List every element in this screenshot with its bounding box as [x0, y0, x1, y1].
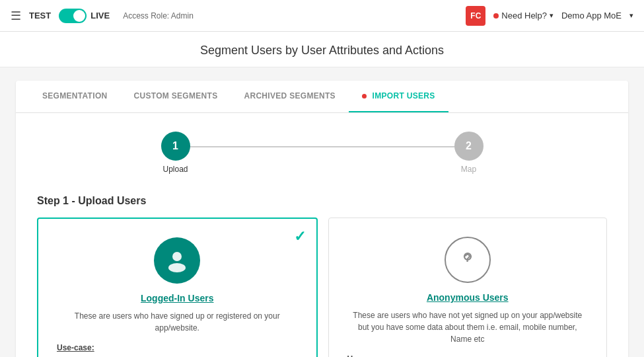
tab-import-users-label: IMPORT USERS [373, 91, 435, 100]
hamburger-icon[interactable]: ☰ [11, 9, 21, 23]
step-2-circle: 2 [454, 132, 483, 161]
tab-card: SEGMENTATION CUSTOM SEGMENTS ARCHIVED SE… [16, 81, 628, 357]
cards-row: ✓ Logged-In Users These are users who ha… [37, 218, 607, 357]
logged-in-title: Logged-In Users [57, 293, 298, 303]
step-2-label: Map [461, 165, 476, 174]
section-title: Step 1 - Upload Users [37, 195, 607, 207]
access-role-label: Access Role: Admin [123, 11, 194, 20]
step-1-number: 1 [172, 140, 178, 152]
logged-in-usecase-label: Use-case: [57, 343, 298, 352]
stepper: 1 Upload 2 Map [37, 132, 607, 174]
tab-body: 1 Upload 2 Map Step 1 - Upload Users [16, 113, 628, 357]
logged-in-card[interactable]: ✓ Logged-In Users These are users who ha… [37, 218, 318, 357]
svg-point-1 [168, 263, 186, 272]
step-2-item: 2 Map [454, 132, 483, 174]
tabs-bar: SEGMENTATION CUSTOM SEGMENTS ARCHIVED SE… [16, 81, 628, 113]
step-1-circle: 1 [161, 132, 190, 161]
anonymous-icon-area: ? [347, 237, 589, 283]
anonymous-desc: These are users who have not yet signed … [347, 309, 589, 345]
anonymous-user-icon: ? [445, 237, 491, 283]
anonymous-title: Anonymous Users [347, 292, 589, 303]
toggle-switch[interactable] [59, 9, 87, 23]
env-label: TEST [29, 11, 51, 20]
logged-in-icon-area [57, 237, 298, 284]
anonymous-card[interactable]: ? Anonymous Users These are users who ha… [328, 218, 608, 357]
need-help-button[interactable]: Need Help? ▾ [493, 11, 554, 20]
svg-text:?: ? [464, 253, 471, 264]
demo-app-chevron-icon: ▾ [629, 11, 633, 20]
step-2-number: 2 [466, 140, 472, 152]
main-content: SEGMENTATION CUSTOM SEGMENTS ARCHIVED SE… [0, 67, 644, 357]
tab-archived-segments[interactable]: ARCHIVED SEGMENTS [231, 81, 348, 112]
import-users-dot [362, 94, 367, 99]
fc-badge: FC [466, 6, 485, 26]
logged-in-user-icon [154, 237, 200, 284]
step-1-item: 1 Upload [161, 132, 190, 174]
page-title-bar: Segment Users by User Attributes and Act… [0, 32, 644, 67]
chevron-down-icon: ▾ [550, 11, 554, 20]
demo-app-label[interactable]: Demo App MoE [561, 11, 622, 20]
top-navigation: ☰ TEST LIVE Access Role: Admin FC Need H… [0, 0, 644, 32]
live-label: LIVE [90, 11, 110, 20]
help-dot [493, 13, 499, 19]
page-title: Segment Users by User Attributes and Act… [0, 44, 644, 58]
tab-segmentation[interactable]: SEGMENTATION [29, 81, 121, 112]
logged-in-desc: These are users who have signed up or re… [57, 310, 298, 334]
need-help-label: Need Help? [501, 11, 547, 20]
anonymous-usecase-label: Use-case: [347, 354, 589, 357]
selected-checkmark: ✓ [294, 228, 306, 245]
live-toggle[interactable]: LIVE [59, 9, 110, 23]
svg-point-0 [172, 252, 182, 261]
tab-custom-segments[interactable]: CUSTOM SEGMENTS [121, 81, 231, 112]
tab-import-users[interactable]: IMPORT USERS [349, 81, 448, 112]
step-1-label: Upload [162, 165, 188, 174]
step-items: 1 Upload 2 Map [161, 132, 483, 174]
